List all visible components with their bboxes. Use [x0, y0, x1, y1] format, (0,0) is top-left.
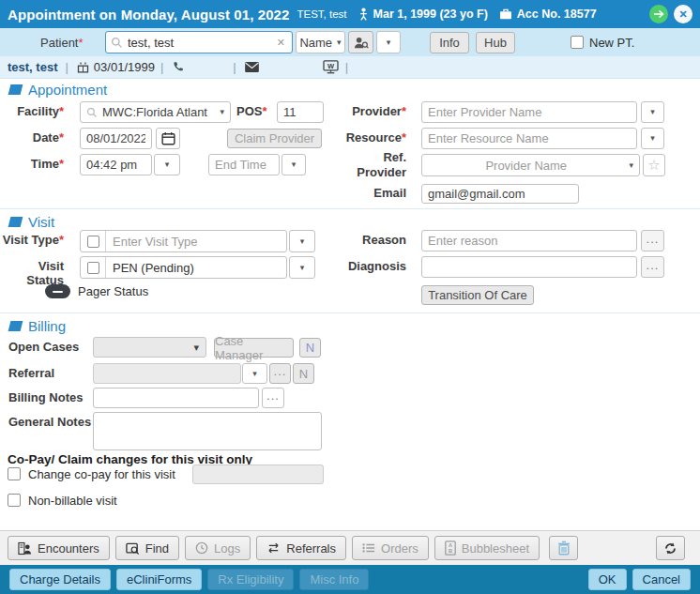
end-time-dropdown-button[interactable]: ▾: [282, 154, 306, 175]
change-copay-checkbox[interactable]: [8, 467, 21, 480]
tab-ecliniforms[interactable]: eCliniForms: [116, 569, 202, 590]
cancel-button[interactable]: Cancel: [632, 569, 691, 590]
titlebar-dob: Mar 1, 1999 (23 yo F): [373, 8, 488, 21]
visit-status-input[interactable]: [106, 261, 286, 275]
open-cases-label: Open Cases: [8, 340, 79, 354]
separator: |: [65, 60, 68, 74]
delete-appointment-button[interactable]: [549, 536, 578, 560]
transition-of-care-button[interactable]: Transition Of Care: [421, 285, 534, 305]
phone-icon[interactable]: [172, 61, 184, 73]
diagnosis-input[interactable]: [421, 256, 637, 278]
titlebar-acc-no: Acc No. 18577: [517, 8, 597, 21]
new-pt-label: New PT.: [589, 36, 634, 50]
close-button[interactable]: ✕: [674, 5, 692, 23]
clear-search-icon[interactable]: ✕: [275, 37, 287, 49]
visit-status-checkbox[interactable]: [87, 262, 99, 274]
referrals-button[interactable]: Referrals: [256, 536, 346, 560]
pos-input[interactable]: [277, 101, 324, 123]
copay-amount-input: [192, 465, 324, 484]
patient-search-box: ✕: [105, 31, 293, 53]
open-cases-select[interactable]: ▾: [93, 337, 206, 358]
claim-provider-button[interactable]: Claim Provider: [227, 129, 322, 148]
resource-label: Resource*: [320, 130, 406, 145]
calendar-icon: [161, 131, 175, 145]
provider-dropdown-button[interactable]: ▾: [641, 101, 664, 123]
tab-rx-eligibility[interactable]: Rx Eligibility: [207, 569, 294, 590]
tab-misc-info[interactable]: Misc Info: [299, 569, 369, 590]
tab-charge-details[interactable]: Charge Details: [9, 569, 111, 590]
chevron-down-icon: ▾: [629, 161, 633, 170]
billing-notes-browse-button[interactable]: ...: [262, 388, 284, 408]
forward-button[interactable]: [649, 5, 668, 23]
email-input[interactable]: [421, 184, 579, 204]
chevron-down-icon: ▾: [650, 134, 655, 143]
case-manager-button[interactable]: Case Manager: [214, 338, 294, 358]
referral-browse-button[interactable]: ...: [269, 363, 291, 384]
visit-status-dropdown-button[interactable]: ▾: [289, 256, 315, 279]
ok-button[interactable]: OK: [588, 569, 627, 590]
end-time-input[interactable]: [208, 154, 280, 175]
appointment-window: Appointment on Monday, August 01, 2022 T…: [0, 0, 700, 594]
briefcase-icon: [499, 8, 512, 20]
time-dropdown-button[interactable]: ▾: [154, 154, 180, 175]
date-input[interactable]: [80, 128, 152, 149]
pager-status-label: Pager Status: [78, 284, 148, 298]
demographics-dob: 03/01/1999: [94, 60, 155, 74]
chevron-down-icon: ▾: [337, 38, 342, 47]
person-search-icon: [353, 36, 369, 50]
billing-notes-input[interactable]: [93, 388, 259, 408]
refresh-button[interactable]: [656, 536, 685, 560]
new-pt-checkbox[interactable]: [571, 36, 584, 49]
encounters-button[interactable]: Encounters: [8, 536, 110, 560]
visit-type-dropdown-button[interactable]: ▾: [289, 230, 315, 252]
billing-section-header: Billing: [9, 318, 66, 334]
bubblesheet-button[interactable]: AB Bubblesheet: [434, 536, 540, 560]
case-manager-notes-button[interactable]: N: [299, 338, 321, 358]
appointment-section-header: Appointment: [9, 82, 107, 98]
visit-section-header: Visit: [9, 214, 54, 230]
referral-notes-button[interactable]: N: [293, 363, 314, 384]
facility-combo[interactable]: MWC:Florida Atlant ▾: [80, 101, 231, 123]
chevron-down-icon: ▾: [300, 237, 305, 246]
reason-browse-button[interactable]: ...: [641, 230, 664, 251]
ref-provider-combo[interactable]: Provider Name ▾: [421, 154, 640, 176]
chevron-down-icon: ▾: [220, 108, 224, 116]
chevron-down-icon: ▾: [300, 264, 305, 272]
time-input[interactable]: [80, 154, 152, 175]
visit-type-input[interactable]: [106, 235, 286, 249]
chevron-down-icon: ▾: [292, 160, 297, 169]
pos-label: POS*: [236, 104, 267, 118]
referral-dropdown-button[interactable]: ▾: [242, 363, 267, 384]
resource-dropdown-button[interactable]: ▾: [641, 128, 664, 149]
bubblesheet-doc-icon: AB: [445, 541, 456, 556]
web-enabled-icon[interactable]: W: [323, 60, 339, 74]
section-flag-icon: [8, 84, 23, 95]
patient-lookup-button[interactable]: [348, 31, 373, 53]
reason-label: Reason: [320, 233, 406, 247]
reason-input[interactable]: [421, 230, 637, 251]
diagnosis-browse-button[interactable]: ...: [641, 256, 664, 278]
bottom-toolbar: Encounters Find Logs Referrals Orders: [0, 530, 700, 565]
email-icon[interactable]: [245, 62, 259, 72]
orders-button[interactable]: Orders: [352, 536, 429, 560]
hub-button[interactable]: Hub: [476, 32, 515, 53]
visit-type-checkbox[interactable]: [87, 236, 99, 248]
provider-input[interactable]: [421, 101, 637, 123]
general-notes-textarea[interactable]: [93, 412, 322, 450]
info-button[interactable]: Info: [430, 32, 469, 53]
calendar-button[interactable]: [156, 128, 180, 149]
favorite-provider-button[interactable]: ☆: [643, 154, 665, 176]
resource-input[interactable]: [421, 128, 637, 149]
section-divider: [0, 312, 700, 313]
titlebar: Appointment on Monday, August 01, 2022 T…: [0, 0, 700, 28]
visit-type-group: [80, 230, 287, 252]
search-icon: [86, 107, 98, 118]
search-by-name-dropdown[interactable]: Name ▾: [296, 31, 345, 53]
pager-status-toggle[interactable]: [45, 284, 70, 298]
patient-search-input[interactable]: [128, 36, 275, 50]
non-billable-checkbox[interactable]: [8, 494, 21, 507]
referral-label: Referral: [8, 366, 54, 380]
logs-button[interactable]: Logs: [185, 536, 251, 560]
find-button[interactable]: Find: [115, 536, 179, 560]
patient-options-dropdown[interactable]: ▾: [376, 31, 401, 53]
